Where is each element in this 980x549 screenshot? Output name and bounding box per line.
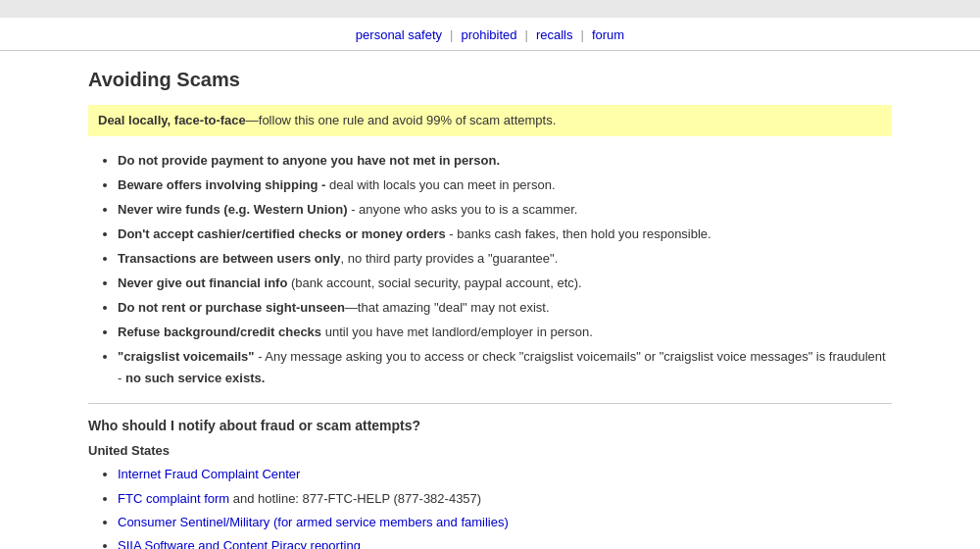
main-content: Avoiding Scams Deal locally, face-to-fac… (69, 51, 911, 549)
nav-sep-3: | (581, 27, 584, 42)
tip-5: Transactions are between users only, no … (118, 248, 892, 270)
highlight-box: Deal locally, face-to-face—follow this o… (88, 105, 892, 136)
scam-tips-list: Do not provide payment to anyone you hav… (118, 150, 892, 390)
tip-6: Never give out financial info (bank acco… (118, 273, 892, 294)
nav-bar: personal safety | prohibited | recalls |… (0, 18, 980, 51)
tip-5-bold: Transactions are between users only (118, 251, 341, 266)
nav-personal-safety[interactable]: personal safety (356, 27, 442, 42)
tip-4-bold: Don't accept cashier/certified checks or… (118, 226, 446, 241)
link-siia: SIIA Software and Content Piracy reporti… (118, 535, 892, 549)
divider-1 (88, 403, 892, 404)
tip-9: "craigslist voicemails" - Any message as… (118, 346, 892, 389)
highlight-bold: Deal locally, face-to-face (98, 113, 246, 127)
link-consumer-sentinel: Consumer Sentinel/Military (for armed se… (118, 512, 892, 533)
link-ftc-anchor[interactable]: FTC complaint form (118, 491, 229, 506)
link-internet-fraud-anchor[interactable]: Internet Fraud Complaint Center (118, 467, 300, 481)
tip-9-bold2: no such service exists. (125, 371, 265, 385)
tip-3: Never wire funds (e.g. Western Union) - … (118, 199, 892, 221)
tip-9-bold: "craigslist voicemails" (118, 349, 255, 364)
tip-4: Don't accept cashier/certified checks or… (118, 224, 892, 245)
top-bar (0, 0, 980, 18)
link-ftc: FTC complaint form and hotline: 877-FTC-… (118, 488, 892, 510)
tip-6-bold: Never give out financial info (118, 275, 287, 290)
nav-forum[interactable]: forum (592, 27, 624, 42)
highlight-rest: —follow this one rule and avoid 99% of s… (246, 113, 557, 127)
tip-2-bold: Beware offers involving shipping - (118, 177, 325, 192)
nav-sep-1: | (450, 27, 453, 42)
tip-1-bold: Do not provide payment to anyone you hav… (118, 153, 500, 168)
nav-sep-2: | (525, 27, 528, 42)
fraud-question: Who should I notify about fraud or scam … (88, 418, 892, 433)
us-links-list: Internet Fraud Complaint Center FTC comp… (118, 464, 892, 549)
tip-2: Beware offers involving shipping - deal … (118, 175, 892, 196)
nav-recalls[interactable]: recalls (536, 27, 573, 42)
region-us-title: United States (88, 443, 892, 458)
tip-1: Do not provide payment to anyone you hav… (118, 150, 892, 172)
tip-7: Do not rent or purchase sight-unseen—tha… (118, 297, 892, 319)
link-consumer-sentinel-anchor[interactable]: Consumer Sentinel/Military (for armed se… (118, 515, 509, 529)
tip-7-bold: Do not rent or purchase sight-unseen (118, 300, 345, 315)
link-internet-fraud: Internet Fraud Complaint Center (118, 464, 892, 485)
link-siia-anchor[interactable]: SIIA Software and Content Piracy reporti… (118, 538, 361, 549)
page-title: Avoiding Scams (88, 69, 892, 91)
nav-prohibited[interactable]: prohibited (461, 27, 516, 42)
tip-3-bold: Never wire funds (e.g. Western Union) (118, 202, 348, 217)
tip-8: Refuse background/credit checks until yo… (118, 322, 892, 343)
tip-8-bold: Refuse background/credit checks (118, 324, 321, 339)
